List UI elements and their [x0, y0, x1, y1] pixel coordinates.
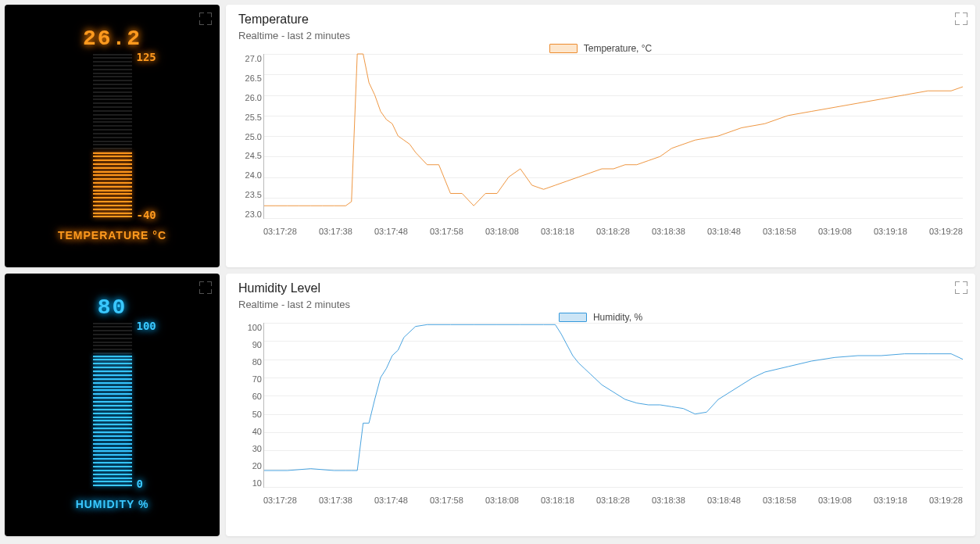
temperature-gauge-panel: 26.2 125 -40 TEMPERATURE °C	[5, 5, 220, 267]
legend-swatch	[559, 313, 587, 322]
humidity-max: 100	[137, 320, 156, 332]
temperature-chart: 27.026.526.025.525.024.524.023.523.003:1…	[226, 54, 975, 238]
humidity-gauge: 80 100 0 HUMIDITY %	[5, 274, 220, 536]
legend-label: Temperature, °C	[584, 43, 653, 54]
chart-legend: Temperature, °C	[238, 43, 963, 54]
expand-icon[interactable]	[955, 281, 967, 294]
chart-legend: Humidity, %	[238, 312, 963, 323]
temperature-chart-panel: Temperature Realtime - last 2 minutes Te…	[226, 5, 975, 267]
temperature-bar: 125 -40	[93, 54, 132, 218]
temperature-min: -40	[137, 209, 156, 221]
dashboard-grid: 26.2 125 -40 TEMPERATURE °C Temperature …	[5, 5, 975, 536]
humidity-value: 80	[98, 295, 127, 320]
temperature-max: 125	[137, 51, 156, 63]
expand-icon[interactable]	[955, 13, 967, 25]
chart-subtitle: Realtime - last 2 minutes	[238, 299, 963, 310]
humidity-chart-panel: Humidity Level Realtime - last 2 minutes…	[226, 274, 975, 536]
chart-title: Temperature	[238, 13, 963, 27]
humidity-min: 0	[137, 478, 143, 490]
expand-icon[interactable]	[199, 13, 212, 25]
humidity-gauge-panel: 80 100 0 HUMIDITY %	[5, 274, 220, 536]
expand-icon[interactable]	[199, 281, 212, 294]
humidity-chart: 10090807060504030201003:17:2803:17:3803:…	[226, 323, 975, 506]
humidity-label: HUMIDITY %	[76, 498, 149, 510]
legend-swatch	[549, 44, 578, 53]
humidity-bar: 100 0	[93, 323, 132, 487]
temperature-value: 26.2	[83, 27, 141, 51]
chart-title: Humidity Level	[238, 281, 963, 295]
legend-label: Humidity, %	[593, 312, 642, 323]
temperature-gauge: 26.2 125 -40 TEMPERATURE °C	[5, 5, 220, 267]
chart-subtitle: Realtime - last 2 minutes	[238, 30, 963, 41]
temperature-label: TEMPERATURE °C	[58, 229, 166, 242]
